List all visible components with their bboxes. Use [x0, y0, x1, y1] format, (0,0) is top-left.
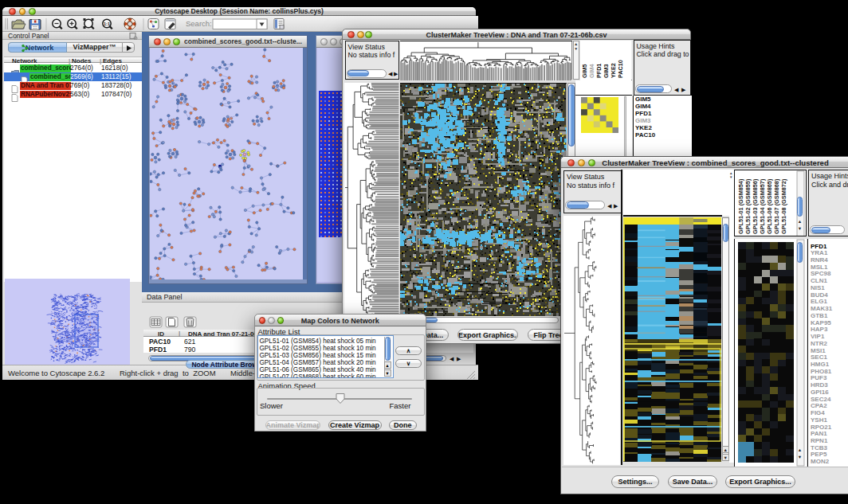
svg-text:GPL51-03 (GSM856): GPL51-03 (GSM856)	[751, 178, 758, 234]
svg-text:YKE2: YKE2	[610, 63, 617, 78]
svg-text:GPL51-08 (GSM872): GPL51-08 (GSM872)	[780, 178, 787, 234]
svg-text:GPL51-06 (GSM865): GPL51-06 (GSM865)	[765, 178, 772, 234]
svg-text:GIM3: GIM3	[603, 64, 610, 78]
svg-text:1:1: 1:1	[104, 21, 110, 26]
svg-text:PFD1: PFD1	[595, 64, 603, 78]
svg-text:PAC10: PAC10	[617, 60, 624, 78]
svg-text:GPL51-01 (GSM854): GPL51-01 (GSM854)	[736, 178, 744, 234]
svg-text:GPL51-04 (GSM857): GPL51-04 (GSM857)	[758, 178, 765, 234]
svg-text:GIM4: GIM4	[588, 64, 595, 78]
svg-text:GIM5: GIM5	[581, 64, 588, 78]
svg-text:GPL51-02 (GSM855): GPL51-02 (GSM855)	[744, 178, 751, 234]
svg-text:Search:: Search:	[186, 19, 212, 28]
svg-text:GPL51-07 (GSM868): GPL51-07 (GSM868)	[773, 178, 780, 234]
